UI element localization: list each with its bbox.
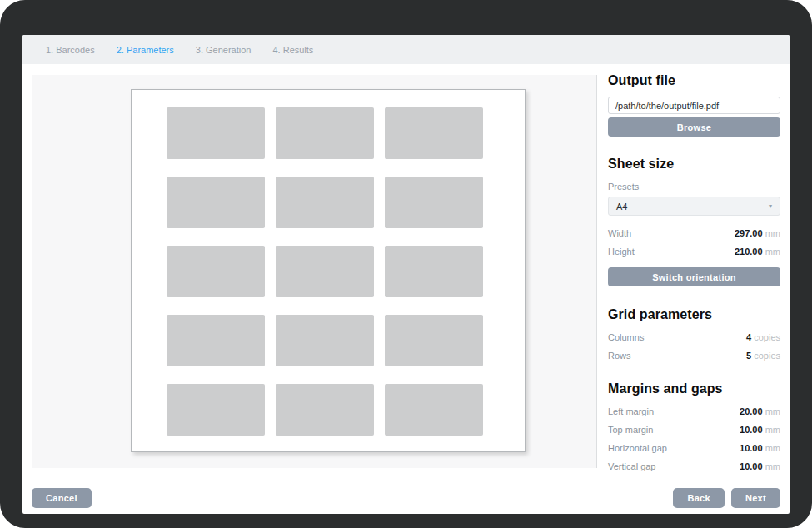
columns-label: Columns [608, 332, 644, 342]
rows-row: Rows 5 copies [608, 351, 780, 361]
height-label: Height [608, 247, 635, 257]
barcode-placeholder [167, 246, 265, 297]
browse-button[interactable]: Browse [608, 117, 780, 137]
presets-selected-value: A4 [616, 202, 627, 212]
vertical-gap-value-group[interactable]: 10.00 mm [740, 461, 780, 471]
barcode-placeholder [276, 315, 374, 366]
horizontal-gap-label: Horizontal gap [608, 443, 667, 453]
barcode-placeholder [276, 107, 374, 159]
barcode-placeholder [385, 315, 483, 366]
top-margin-value-group[interactable]: 10.00 mm [740, 425, 780, 435]
left-margin-row: Left margin 20.00 mm [608, 406, 780, 416]
barcode-placeholder [167, 384, 265, 436]
barcode-placeholder [385, 107, 483, 159]
width-label: Width [608, 228, 631, 238]
sheet-page [131, 89, 526, 452]
margins-gaps-heading: Margins and gaps [608, 381, 780, 396]
grid-parameters-heading: Grid parameters [608, 307, 780, 322]
left-margin-label: Left margin [608, 406, 654, 416]
barcode-placeholder [385, 177, 483, 228]
barcode-placeholder [276, 384, 374, 436]
presets-label: Presets [608, 182, 780, 192]
barcode-placeholder [276, 177, 374, 228]
height-value-group[interactable]: 210.00 mm [735, 247, 780, 257]
sheet-grid [167, 107, 525, 436]
columns-row: Columns 4 copies [608, 332, 780, 342]
columns-value-group[interactable]: 4 copies [746, 332, 780, 342]
next-button[interactable]: Next [731, 488, 780, 508]
step-parameters[interactable]: 2. Parameters [117, 45, 174, 55]
vertical-gap-label: Vertical gap [608, 461, 655, 471]
wizard-step-bar: 1. Barcodes 2. Parameters 3. Generation … [22, 35, 790, 64]
barcode-placeholder [385, 384, 483, 436]
step-results[interactable]: 4. Results [272, 45, 313, 55]
step-generation[interactable]: 3. Generation [196, 45, 252, 55]
top-margin-label: Top margin [608, 425, 653, 435]
chevron-down-icon: ▾ [769, 202, 772, 210]
barcode-placeholder [276, 246, 374, 297]
vertical-gap-row: Vertical gap 10.00 mm [608, 461, 780, 471]
barcode-placeholder [385, 246, 483, 297]
left-margin-value-group[interactable]: 20.00 mm [740, 406, 780, 416]
footer-bar: Cancel Back Next [22, 481, 790, 514]
desktop-background: 1. Barcodes 2. Parameters 3. Generation … [0, 0, 812, 528]
width-row: Width 297.00 mm [608, 228, 780, 238]
back-button[interactable]: Back [673, 488, 725, 508]
height-row: Height 210.00 mm [608, 247, 780, 257]
rows-label: Rows [608, 351, 631, 361]
step-barcodes[interactable]: 1. Barcodes [46, 45, 95, 55]
rows-value-group[interactable]: 5 copies [746, 351, 780, 361]
barcode-placeholder [167, 315, 265, 366]
width-value-group[interactable]: 297.00 mm [735, 228, 780, 238]
settings-panel: Output file Browse Sheet size Presets A4… [608, 72, 780, 471]
top-margin-row: Top margin 10.00 mm [608, 425, 780, 435]
sheet-size-heading: Sheet size [608, 157, 780, 172]
switch-orientation-button[interactable]: Switch orientation [608, 267, 780, 286]
presets-select[interactable]: A4 ▾ [608, 197, 780, 216]
output-path-input[interactable] [608, 97, 780, 114]
sheet-preview-area [32, 75, 597, 468]
app-window: 1. Barcodes 2. Parameters 3. Generation … [22, 35, 790, 514]
cancel-button[interactable]: Cancel [32, 488, 92, 508]
output-file-heading: Output file [608, 73, 780, 88]
horizontal-gap-row: Horizontal gap 10.00 mm [608, 443, 780, 453]
barcode-placeholder [167, 177, 265, 228]
barcode-placeholder [167, 107, 265, 159]
horizontal-gap-value-group[interactable]: 10.00 mm [740, 443, 780, 453]
